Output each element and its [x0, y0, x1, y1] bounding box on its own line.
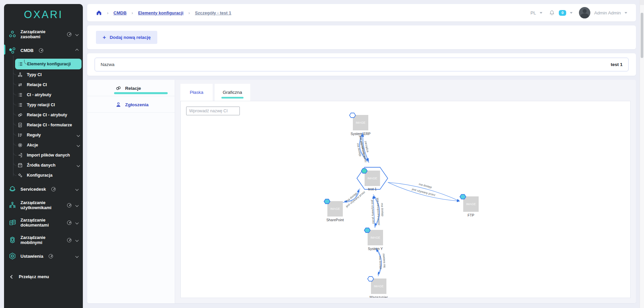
sidebar-item-reguly[interactable]: Reguły [4, 130, 83, 140]
topbar: › CMDB › Elementy konfiguracji › Szczegó… [87, 4, 636, 21]
mobile-device-icon [9, 236, 16, 244]
sub-item-label: Elementy konfiguracji [27, 62, 71, 66]
home-icon[interactable] [96, 10, 102, 16]
node-type-badge-icon [368, 276, 374, 281]
sub-item-label: Relacje CI - atrybuty [27, 113, 67, 117]
breadcrumb-current[interactable]: Szczegóły - test 1 [195, 10, 231, 15]
graph-node-magazynier[interactable]: IMAGEMagazynier [368, 276, 388, 298]
page-scrollbar[interactable] [640, 0, 644, 308]
gauge-icon [67, 203, 71, 207]
sub-item-label: Typy relacji CI [27, 103, 55, 107]
section-tab-relacje[interactable]: Relacje [87, 80, 175, 96]
sidebar-item-zrodla-danych[interactable]: Źródła danych [4, 160, 83, 170]
actions-card: + Dodaj nową relację [87, 25, 636, 49]
section-tab-zgloszenia[interactable]: Zgłoszenia [87, 96, 175, 113]
gauge-icon [49, 254, 53, 258]
link-icon [115, 85, 121, 91]
sub-item-label: Import plików danych [27, 153, 70, 158]
graph-node-label: System Y [368, 247, 383, 251]
sub-item-label: Relacje CI - formularze [27, 123, 72, 127]
link-icon [17, 112, 23, 118]
graph-node-erp[interactable]: IMAGESystem ERP [350, 113, 371, 136]
breadcrumb-separator: › [131, 10, 133, 15]
settings-gear-icon [9, 252, 16, 260]
graph-node-ftp[interactable]: IMAGEFTP [460, 194, 479, 217]
sidebar-item-ci-atrybuty[interactable]: CI - atrybuty [4, 90, 83, 100]
archive-box-icon [17, 163, 23, 168]
sidebar-item-ustawienia[interactable]: Ustawienia [4, 249, 83, 263]
sidebar-item-label: CMDB [20, 48, 34, 53]
sidebar-item-label: Ustawienia [20, 254, 43, 259]
breadcrumb-link-elementy[interactable]: Elementy konfiguracji [138, 10, 183, 15]
gauge-icon [67, 32, 71, 37]
user-avatar[interactable] [579, 7, 590, 18]
chevron-down-icon [75, 203, 79, 207]
notifications-bell-icon[interactable] [549, 10, 555, 16]
servicedesk-icon [9, 185, 16, 193]
sidebar-item-zarzadzanie-dokumentami[interactable]: Zarządzanie dokumentami [4, 214, 83, 231]
import-icon [17, 152, 23, 158]
chevron-down-icon[interactable] [625, 12, 627, 14]
notification-count-badge[interactable]: 0 [559, 10, 566, 16]
name-field[interactable]: Nazwa test 1 [95, 58, 629, 71]
sidebar-item-zarzadzanie-uzytkownikami[interactable]: Zarządzanie użytkownikami [4, 196, 83, 214]
graph-node-sharepoint[interactable]: IMAGESharePoint [324, 199, 344, 222]
graph-edge-label: zawiera się [382, 253, 387, 268]
person-icon [115, 102, 121, 108]
tab-graficzna[interactable]: Graficzna [215, 84, 250, 101]
sidebar-item-label: Servicedesk [20, 187, 46, 192]
sidebar-toggle-menu[interactable]: Przełącz menu [4, 268, 83, 285]
node-type-badge-icon [324, 199, 330, 204]
chevron-down-icon[interactable] [570, 12, 573, 14]
sidebar-item-relacje-ci-atrybuty[interactable]: Relacje CI - atrybuty [4, 110, 83, 120]
target-icon [17, 142, 23, 148]
active-section-indicator [114, 92, 168, 94]
sidebar-item-typy-ci[interactable]: Typy CI [4, 70, 83, 80]
section-panel: Relacje Zgłoszenia [87, 80, 175, 303]
sub-item-label: Źródła danych [27, 163, 55, 168]
node-type-badge-icon [361, 169, 367, 173]
section-label: Relacje [125, 86, 141, 91]
graph-edge-label: ma dostęp [380, 203, 384, 217]
sidebar-item-typy-relacji-ci[interactable]: Typy relacji CI [4, 100, 83, 110]
chevron-down-icon[interactable] [540, 12, 542, 14]
sidebar-item-servicedesk[interactable]: Servicedesk [4, 182, 83, 196]
graph-node-test1[interactable]: IMAGEtest 1 [357, 167, 388, 191]
chevron-down-icon [75, 187, 79, 191]
content-column: › CMDB › Elementy konfiguracji › Szczegó… [87, 4, 636, 308]
cycle-arrows-icon [17, 82, 23, 87]
sidebar-item-relacje-ci-formularze[interactable]: Relacje CI - formularze [4, 120, 83, 130]
breadcrumb-link-cmdb[interactable]: CMDB [113, 10, 126, 15]
sidebar-item-elementy-konfiguracji[interactable]: Elementy konfiguracji [15, 59, 82, 69]
chevron-down-icon [75, 254, 79, 258]
sidebar-item-relacje-ci[interactable]: Relacje CI [4, 80, 83, 90]
graph-node-label: System ERP [351, 132, 371, 136]
active-tab-indicator [221, 97, 244, 99]
hierarchy-icon [17, 72, 23, 77]
list-icon [17, 92, 23, 98]
sidebar-item-konfiguracja[interactable]: Konfiguracja [4, 170, 83, 180]
gauge-icon [51, 187, 56, 191]
relations-graph-canvas[interactable]: ma dostępjest zarządzany przezzarządzaje… [181, 101, 630, 298]
add-relation-button[interactable]: + Dodaj nową relację [96, 31, 157, 44]
tab-area: Płaska Graficzna ma dostępjest zarządzan… [175, 80, 636, 303]
tab-plaska[interactable]: Płaska [180, 84, 213, 101]
breadcrumb: › CMDB › Elementy konfiguracji › Szczegó… [96, 10, 231, 16]
language-selector[interactable]: PL [531, 10, 536, 15]
chevron-up-icon [75, 49, 79, 52]
sidebar-item-zarzadzanie-mobilnymi[interactable]: Zarządzanie mobilnymi [4, 231, 83, 249]
graph-edge-label: jest używany przez [371, 199, 375, 224]
details-card: Nazwa test 1 [87, 53, 636, 76]
graph-node-label: FTP [468, 213, 474, 217]
graph-node-systemy[interactable]: IMAGESystem Y [364, 228, 383, 251]
sidebar-item-cmdb[interactable]: CMDB [4, 43, 83, 58]
sidebar-item-akcje[interactable]: Akcje [4, 140, 83, 150]
sidebar-item-label: Zarządzanie mobilnymi [20, 235, 62, 245]
sidebar-item-zarzadzanie-zasobami[interactable]: Zarządzanie zasobami [4, 25, 83, 43]
scrollbar-thumb[interactable] [641, 13, 643, 58]
node-type-badge-icon [350, 113, 356, 118]
scrollbar-up-button[interactable] [640, 0, 644, 5]
node-type-badge-icon [460, 194, 466, 199]
sidebar-item-import-plikow-danych[interactable]: Import plików danych [4, 150, 83, 160]
ci-search-input[interactable] [186, 107, 240, 115]
